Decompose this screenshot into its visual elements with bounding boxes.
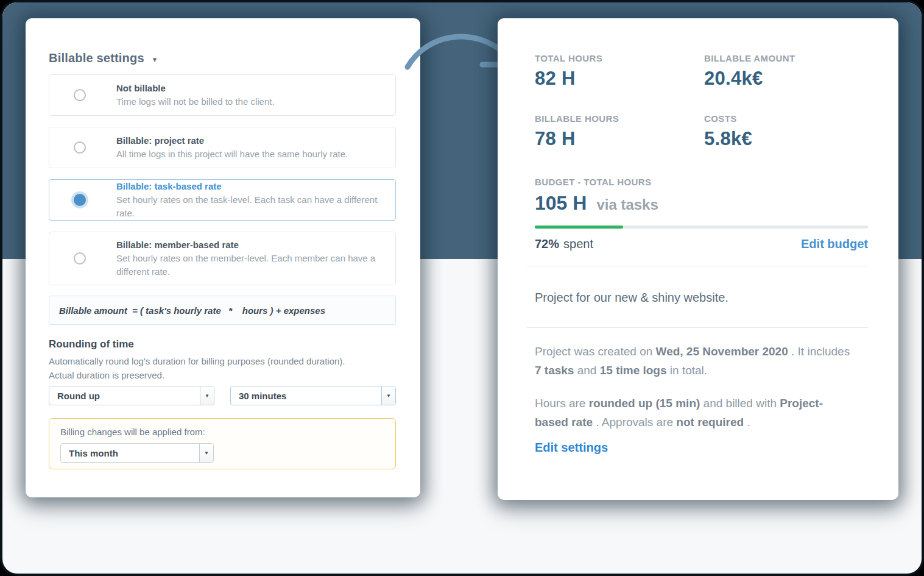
radio-unselected-icon[interactable] [74,141,86,154]
stat-billable-hours: BILLABLE HOURS 78 H [535,113,619,150]
option-member-based-rate[interactable]: Billable: member-based rate Set hourly r… [49,232,396,285]
stat-label: TOTAL HOURS [535,53,602,63]
billable-settings-title: Billable settings [49,51,144,65]
budget-progress-fill [535,226,623,229]
option-title: Not billable [116,82,275,95]
caret-down-icon: ▼ [386,393,391,399]
option-title: Billable: task-based rate [116,180,383,193]
radio-unselected-icon[interactable] [74,89,86,101]
option-not-billable[interactable]: Not billable Time logs will not be bille… [49,74,396,116]
edit-budget-link[interactable]: Edit budget [801,237,868,251]
radio-selected-icon[interactable] [74,194,86,206]
option-project-rate[interactable]: Billable: project rate All time logs in … [49,127,396,168]
select-caret-button[interactable]: ▼ [200,386,214,405]
billing-changes-label: Billing changes will be applied from: [60,427,205,437]
billable-settings-header[interactable]: Billable settings ▾ [49,51,157,65]
option-task-based-rate[interactable]: Billable: task-based rate Set hourly rat… [49,179,396,221]
option-description: Set hourly rates on the task-level. Each… [116,193,383,220]
caret-down-icon: ▼ [204,450,209,456]
stat-total-hours: TOTAL HOURS 82 H [535,53,602,90]
budget-label: BUDGET - TOTAL HOURS [535,177,658,187]
budget-section: BUDGET - TOTAL HOURS 105 H via tasks [535,177,658,215]
radio-unselected-icon[interactable] [74,252,86,265]
project-created-paragraph: Project was created on Wed, 25 November … [535,343,853,380]
stat-value: 20.4k€ [704,68,795,90]
stat-label: BILLABLE AMOUNT [704,53,795,63]
select-caret-button[interactable]: ▼ [381,386,395,405]
rounding-heading: Rounding of time [49,338,134,350]
percent-spent-label: spent [563,237,593,251]
budget-via-tasks: via tasks [596,196,658,213]
rounding-interval-select[interactable]: 30 minutes ▼ [230,386,396,405]
percent-spent-value: 72% [535,237,559,251]
page-canvas: Billable settings ▾ Not billable Time lo… [2,2,922,574]
stat-costs: COSTS 5.8k€ [704,113,752,150]
option-description: Time logs will not be billed to the clie… [116,95,275,108]
caret-down-icon: ▼ [205,393,210,399]
billable-amount-formula: Billable amount = ( task's hourly rate *… [49,296,396,325]
budget-value: 105 H [535,192,587,215]
stat-value: 82 H [535,68,602,90]
page-frame: Billable settings ▾ Not billable Time lo… [0,0,924,576]
stat-billable-amount: BILLABLE AMOUNT 20.4k€ [704,53,795,90]
rounding-mode-select[interactable]: Round up ▼ [49,386,214,405]
option-description: All time logs in this project will have … [116,148,348,161]
stat-value: 5.8k€ [704,128,752,150]
option-description: Set hourly rates on the member-level. Ea… [116,252,383,279]
project-description: Project for our new & shiny website. [535,291,728,305]
billing-changes-select[interactable]: This month ▼ [60,443,214,463]
stat-value: 78 H [535,128,619,150]
option-title: Billable: member-based rate [116,238,383,252]
stat-label: COSTS [704,113,752,124]
chevron-down-icon: ▾ [153,53,157,64]
project-summary-card: TOTAL HOURS 82 H BILLABLE AMOUNT 20.4k€ … [498,18,898,500]
edit-settings-link[interactable]: Edit settings [535,441,608,455]
billing-rules-paragraph: Hours are rounded up (15 min) and billed… [535,394,853,432]
rounding-mode-value: Round up [49,391,200,401]
billing-changes-value: This month [61,448,199,458]
billing-changes-box: Billing changes will be applied from: Th… [49,418,396,469]
divider [527,327,868,328]
rounding-description: Automatically round log's duration for b… [49,355,372,382]
budget-progress-bar [535,226,868,229]
stat-label: BILLABLE HOURS [535,113,619,124]
option-title: Billable: project rate [116,134,348,148]
billable-settings-card: Billable settings ▾ Not billable Time lo… [26,18,420,497]
divider [527,266,868,266]
select-caret-button[interactable]: ▼ [199,444,213,462]
rounding-interval-value: 30 minutes [231,391,381,401]
